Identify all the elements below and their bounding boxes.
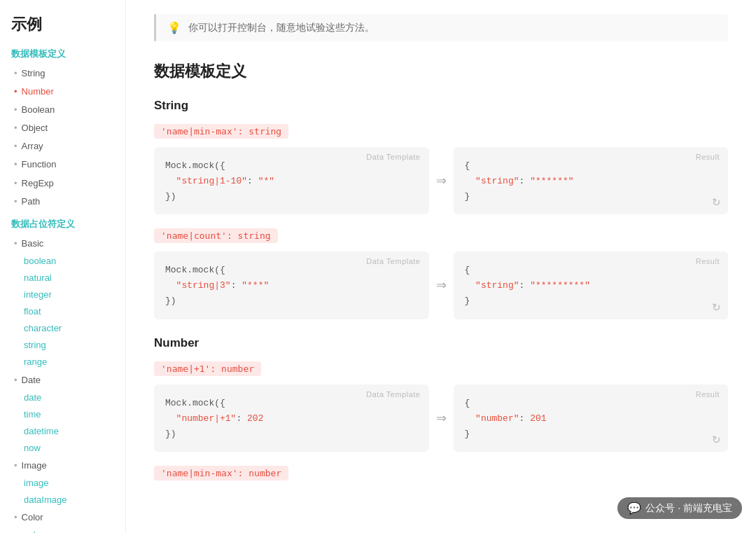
sidebar-item-path[interactable]: Path [11,193,114,211]
sidebar: 示例 数据模板定义 String Number Boolean Object A… [0,0,126,533]
arrow-2: ⇒ [429,251,454,319]
sidebar-sub-datetime[interactable]: datetime [11,423,114,440]
badge1: 'name|min-max': string [154,124,288,139]
result-panel-3: Result { "number": 201 } ↻ [454,385,729,452]
watermark-text: 公众号 · 前端充电宝 [645,502,732,515]
sidebar-item-object[interactable]: Object [11,119,114,137]
result-body-1: { "string": "******" } [454,147,729,214]
badge2: 'name|count': string [154,228,278,243]
badge3: 'name|+1': number [154,361,261,376]
code-block-2: Data Template Mock.mock({ "string|3": "*… [154,251,728,319]
refresh-btn-2[interactable]: ↻ [712,301,721,314]
sidebar-sub-integer[interactable]: integer [11,286,114,303]
sidebar-item-array[interactable]: Array [11,137,114,155]
sidebar-sub-boolean[interactable]: boolean [11,253,114,270]
refresh-btn-3[interactable]: ↻ [712,434,721,446]
result-label-3: Result [696,390,720,399]
result-label-2: Result [696,257,720,265]
notice-text: 你可以打开控制台，随意地试验这些方法。 [188,22,374,34]
sidebar-sub-range[interactable]: range [11,354,114,371]
sidebar-sub-image[interactable]: image [11,475,114,492]
template-label-1: Data Template [366,153,420,161]
sidebar-section2-label: 数据占位符定义 [11,218,114,230]
sidebar-item-color[interactable]: Color [11,508,114,527]
sidebar-sub-string[interactable]: string [11,337,114,354]
sidebar-sub-date[interactable]: date [11,389,114,406]
sidebar-sub-character[interactable]: character [11,320,114,337]
sidebar-item-boolean[interactable]: Boolean [11,101,114,119]
result-body-3: { "number": 201 } [454,385,729,452]
badge4: 'name|min-max': number [154,466,288,480]
template-panel-3: Data Template Mock.mock({ "number|+1": 2… [154,385,429,452]
code-block-1: Data Template Mock.mock({ "string|1-10":… [154,147,728,214]
sidebar-sub-time[interactable]: time [11,406,114,423]
sidebar-item-regexp[interactable]: RegExp [11,174,114,193]
watermark-icon: 💬 [627,501,641,515]
sidebar-item-date[interactable]: Date [11,371,114,389]
template-label-2: Data Template [366,257,420,265]
result-panel-1: Result { "string": "******" } ↻ [454,147,729,214]
section-title: 数据模板定义 [154,61,728,82]
result-panel-2: Result { "string": "*********" } ↻ [454,251,729,319]
arrow-3: ⇒ [429,385,454,452]
sidebar-item-number[interactable]: Number [11,83,114,101]
sidebar-sub-color[interactable]: color [11,527,114,533]
result-body-2: { "string": "*********" } [454,251,729,319]
number-subsection-title: Number [154,336,728,350]
sidebar-title: 示例 [11,14,114,35]
sidebar-sub-natural[interactable]: natural [11,270,114,286]
sidebar-sub-dataimage[interactable]: dataImage [11,492,114,508]
sidebar-sub-now[interactable]: now [11,440,114,457]
sidebar-item-image[interactable]: Image [11,457,114,475]
main-content: 💡 你可以打开控制台，随意地试验这些方法。 数据模板定义 String 'nam… [126,0,756,533]
refresh-btn-1[interactable]: ↻ [712,196,721,209]
notice-icon: 💡 [167,21,181,34]
sidebar-section1-label: 数据模板定义 [11,48,114,60]
watermark: 💬 公众号 · 前端充电宝 [617,497,742,519]
sidebar-sub-float[interactable]: float [11,303,114,320]
template-panel-2: Data Template Mock.mock({ "string|3": "*… [154,251,429,319]
result-label-1: Result [696,153,720,161]
string-subsection-title: String [154,99,728,113]
code-block-3: Data Template Mock.mock({ "number|+1": 2… [154,385,728,452]
arrow-1: ⇒ [429,147,454,214]
template-label-3: Data Template [366,390,420,399]
sidebar-item-function[interactable]: Function [11,155,114,174]
template-panel-1: Data Template Mock.mock({ "string|1-10":… [154,147,429,214]
sidebar-item-basic[interactable]: Basic [11,235,114,253]
notice-bar: 💡 你可以打开控制台，随意地试验这些方法。 [154,14,728,41]
sidebar-item-string[interactable]: String [11,64,114,83]
